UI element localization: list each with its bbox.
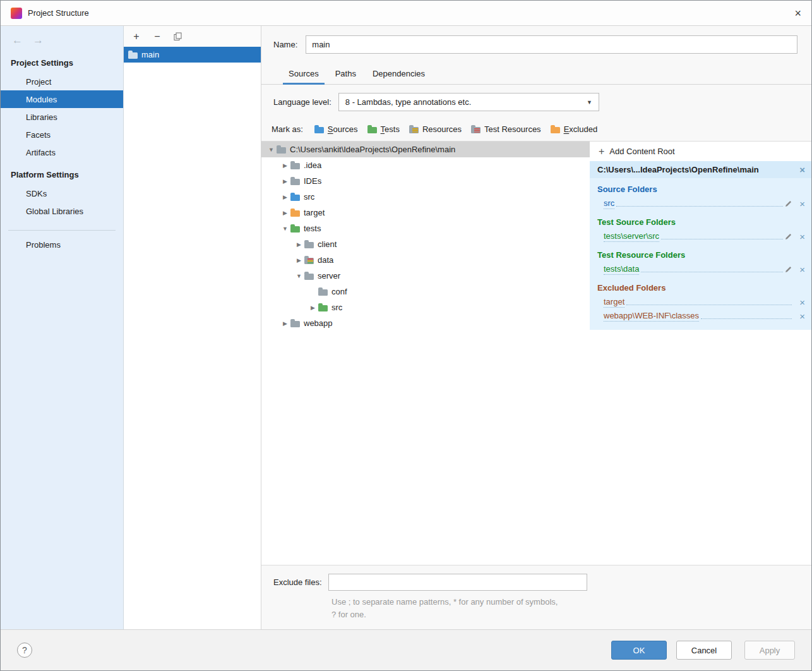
tree-row-label: target — [304, 208, 325, 217]
chevron-expanded-icon[interactable]: ▼ — [280, 226, 290, 232]
back-icon[interactable]: ← — [12, 35, 23, 45]
source-folder-icon — [290, 195, 300, 201]
chevron-collapsed-icon[interactable]: ▶ — [280, 320, 290, 327]
tab-sources[interactable]: Sources — [280, 64, 327, 84]
tree-row-label: C:\Users\ankit\IdeaProjects\OpenRefine\m… — [290, 145, 455, 154]
forward-icon[interactable]: → — [33, 35, 44, 45]
remove-icon[interactable]: × — [799, 265, 805, 274]
chevron-collapsed-icon[interactable]: ▶ — [294, 257, 304, 263]
chevron-collapsed-icon[interactable]: ▶ — [280, 162, 290, 169]
folder-icon — [304, 242, 314, 248]
edit-icon[interactable] — [785, 233, 794, 240]
tree-row-tests[interactable]: ▼ tests — [261, 221, 590, 236]
remove-module-icon[interactable]: − — [153, 32, 162, 42]
folder-path: tests\data — [604, 264, 639, 275]
edit-icon[interactable] — [785, 200, 794, 207]
chevron-collapsed-icon[interactable]: ▶ — [307, 305, 318, 311]
test-source-folders-group: Test Source Folders tests\server\src × — [590, 211, 811, 244]
chevron-expanded-icon[interactable]: ▼ — [294, 273, 304, 279]
folder-icon — [290, 163, 300, 169]
excluded-folder-entry: target × — [604, 295, 805, 309]
tab-dependencies[interactable]: Dependencies — [364, 64, 433, 84]
tree-row-label: src — [331, 303, 342, 312]
folder-icon — [290, 179, 300, 185]
sidebar-item-artifacts[interactable]: Artifacts — [1, 143, 123, 161]
mark-as-label: Mark as: — [272, 124, 303, 134]
tree-row-target[interactable]: ▶ target — [261, 205, 590, 221]
resources-folder-icon — [409, 127, 419, 133]
sidebar-item-facets[interactable]: Facets — [1, 126, 123, 143]
tree-row-content-root[interactable]: ▼ C:\Users\ankit\IdeaProjects\OpenRefine… — [261, 142, 590, 157]
content-root-card: C:\Users\...IdeaProjects\OpenRefine\main… — [590, 161, 811, 330]
sidebar-divider — [8, 230, 116, 231]
sidebar-item-sdks[interactable]: SDKs — [1, 184, 123, 202]
tree-row-client[interactable]: ▶ client — [261, 236, 590, 252]
close-icon[interactable]: × — [794, 8, 801, 19]
sidebar-item-libraries[interactable]: Libraries — [1, 108, 123, 126]
tree-row-label: .idea — [304, 160, 321, 170]
remove-content-root-icon[interactable]: × — [799, 165, 805, 174]
chevron-collapsed-icon[interactable]: ▶ — [294, 241, 304, 248]
help-button[interactable]: ? — [17, 643, 32, 658]
tree-row-idea[interactable]: ▶ .idea — [261, 157, 590, 173]
sidebar-item-modules[interactable]: Modules — [1, 90, 123, 108]
remove-icon[interactable]: × — [799, 311, 805, 321]
copy-module-icon[interactable] — [174, 32, 182, 41]
tree-row-data[interactable]: ▶ data — [261, 252, 590, 268]
tree-row-server[interactable]: ▼ server — [261, 268, 590, 284]
content-root-path: C:\Users\...IdeaProjects\OpenRefine\main — [597, 165, 759, 174]
language-level-select[interactable]: 8 - Lambdas, type annotations etc. ▼ — [338, 93, 599, 111]
tab-paths[interactable]: Paths — [327, 64, 364, 84]
edit-icon[interactable] — [785, 265, 794, 273]
module-item-main[interactable]: main — [124, 47, 261, 63]
ok-button[interactable]: OK — [611, 641, 667, 660]
history-nav: ← → — [1, 26, 123, 48]
excluded-folder-icon — [551, 127, 560, 133]
tree-row-conf[interactable]: conf — [261, 284, 590, 299]
tree-row-src[interactable]: ▶ src — [261, 189, 590, 205]
module-name-input[interactable] — [306, 35, 797, 54]
module-toolbar: + − — [124, 26, 261, 47]
chevron-expanded-icon[interactable]: ▼ — [266, 147, 277, 153]
test-resources-folder-icon — [304, 258, 314, 264]
add-content-root-button[interactable]: + Add Content Root — [590, 142, 811, 161]
test-source-folders-title: Test Source Folders — [597, 217, 805, 227]
folder-path: src — [604, 198, 614, 209]
source-folder-entry: src × — [604, 196, 805, 210]
tree-row-webapp[interactable]: ▶ webapp — [261, 315, 590, 331]
tree-row-ides[interactable]: ▶ IDEs — [261, 173, 590, 189]
name-label: Name: — [273, 40, 297, 49]
add-content-root-label: Add Content Root — [609, 147, 674, 156]
mark-as-tests-button[interactable]: Tests — [367, 124, 400, 134]
excluded-folders-title: Excluded Folders — [597, 283, 805, 293]
remove-icon[interactable]: × — [799, 199, 805, 209]
test-folder-icon — [290, 226, 300, 233]
sidebar-item-problems[interactable]: Problems — [1, 236, 123, 253]
mark-as-sources-button[interactable]: Sources — [314, 124, 358, 134]
tree-row-server-src[interactable]: ▶ src — [261, 299, 590, 315]
folder-path: tests\server\src — [604, 231, 659, 242]
mark-as-resources-button[interactable]: Resources — [409, 124, 462, 134]
remove-icon[interactable]: × — [799, 232, 805, 241]
titlebar: Project Structure × — [1, 1, 811, 26]
cancel-button[interactable]: Cancel — [676, 641, 732, 660]
language-level-value: 8 - Lambdas, type annotations etc. — [345, 97, 471, 107]
remove-icon[interactable]: × — [799, 298, 805, 307]
folder-path: target — [604, 297, 624, 308]
sidebar-item-project[interactable]: Project — [1, 73, 123, 90]
chevron-collapsed-icon[interactable]: ▶ — [280, 210, 290, 216]
folder-icon — [304, 274, 314, 280]
mark-as-excluded-button[interactable]: Excluded — [551, 124, 597, 134]
apply-button[interactable]: Apply — [744, 641, 795, 660]
exclude-files-input[interactable] — [328, 574, 587, 591]
sidebar-item-global-libraries[interactable]: Global Libraries — [1, 202, 123, 220]
folder-icon — [318, 289, 328, 296]
chevron-collapsed-icon[interactable]: ▶ — [280, 194, 290, 200]
mark-as-test-resources-button[interactable]: Test Resources — [471, 124, 541, 134]
add-module-icon[interactable]: + — [132, 32, 141, 42]
test-resource-folders-title: Test Resource Folders — [597, 250, 805, 260]
module-name: main — [141, 50, 159, 59]
folder-icon — [277, 147, 286, 154]
chevron-collapsed-icon[interactable]: ▶ — [280, 178, 290, 184]
settings-sidebar: ← → Project Settings Project Modules Lib… — [1, 26, 124, 629]
